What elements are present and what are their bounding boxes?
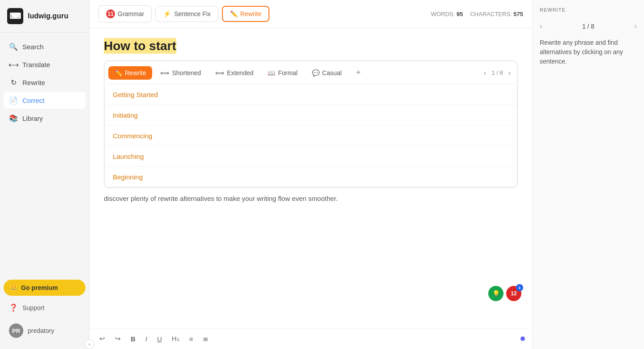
casual-icon: 💬 [312,69,320,77]
lightbulb-icon-btn[interactable]: 💡 [488,286,503,301]
unordered-list-button[interactable]: ≡ [187,333,196,345]
editor-body-text: discover plenty of rewrite alternatives … [104,193,518,213]
sidebar-item-search[interactable]: 🔍 Search [4,38,85,55]
sidebar-item-support[interactable]: ❓ Support [4,299,85,316]
rewrite-tab-icon: ✏️ [230,10,238,17]
sidebar-item-correct[interactable]: 📄 Correct [4,92,85,109]
suggestion-getting-started[interactable]: Getting Started [105,85,517,105]
right-panel-nav: ‹ 1 / 8 › [540,21,637,31]
float-badge: + [516,284,523,291]
right-panel-hint: Rewrite any phrase and find alternatives… [540,38,637,66]
tab-shortened[interactable]: ⟺ Shortened [154,66,207,80]
tab-casual-label: Casual [322,69,342,77]
rewrite-tab-icon: ✏️ [115,69,122,77]
grammar-count-badge: 11 [106,9,115,18]
sidebar-item-label: Library [22,115,43,122]
chars-count: 575 [513,11,523,17]
formal-icon: 📖 [268,69,275,77]
tab-rewrite[interactable]: ✏️ Rewrite [108,66,152,80]
tab-formal-label: Formal [278,69,298,77]
sidebar-bottom: 👑 Go premium ❓ Support PR predatory [0,274,89,349]
float-count: 12 [511,290,516,297]
suggestion-initiating[interactable]: Initiating [105,105,517,126]
main-toolbar: 11 Grammar ⚡ Sentence Fix ✏️ Rewrite WOR… [90,0,532,28]
document-title: How to start [104,38,176,54]
sentence-fix-icon: ⚡ [163,10,171,18]
sidebar-item-label: Correct [22,97,44,104]
avatar: PR [9,323,23,338]
library-icon: 📚 [9,114,18,123]
tab-casual[interactable]: 💬 Casual [306,66,348,80]
sentence-fix-button[interactable]: ⚡ Sentence Fix [155,6,218,22]
tab-rewrite-label: Rewrite [125,69,146,77]
editor-area: How to start ✏️ Rewrite ⟺ Shortened ⟺ Ex… [90,28,532,349]
sidebar-item-label: Rewrite [22,79,45,86]
suggestions-list: Getting Started Initiating Commencing La… [104,85,517,187]
right-panel-title: REWRITE [540,7,637,13]
right-panel: REWRITE ‹ 1 / 8 › Rewrite any phrase and… [532,0,644,349]
correct-icon: 📄 [9,96,18,105]
sentence-fix-label: Sentence Fix [174,10,211,17]
undo-button[interactable]: ↩ [97,333,108,345]
tab-counter: 1 / 8 [491,69,503,76]
bold-button[interactable]: B [128,333,138,345]
tab-prev-button[interactable]: ‹ [481,68,489,78]
sidebar-item-translate[interactable]: ⟷ Translate [4,56,85,73]
tab-extended-label: Extended [227,69,253,77]
floating-icons: 💡 12 + [488,286,521,301]
grammar-button[interactable]: 11 Grammar [98,5,152,22]
h1-button[interactable]: H₁ [169,333,182,345]
tab-extended[interactable]: ⟺ Extended [209,66,260,80]
username: predatory [28,327,54,334]
shortened-icon: ⟺ [160,69,169,77]
logo-text: ludwig.guru [28,12,68,20]
sidebar-item-label: Translate [22,61,50,68]
sidebar-logo[interactable]: ⌨ ludwig.guru [0,0,89,33]
count-icon-btn[interactable]: 12 + [506,286,521,301]
italic-button[interactable]: I [143,333,150,345]
sidebar-item-library[interactable]: 📚 Library [4,110,85,127]
tab-shortened-label: Shortened [172,69,201,77]
rewrite-button[interactable]: ✏️ Rewrite [222,6,269,22]
logo-icon: ⌨ [7,8,23,24]
main-content: 11 Grammar ⚡ Sentence Fix ✏️ Rewrite WOR… [90,0,532,349]
editor-body[interactable]: How to start ✏️ Rewrite ⟺ Shortened ⟺ Ex… [90,28,532,328]
sidebar-item-rewrite[interactable]: ↻ Rewrite [4,74,85,91]
redo-button[interactable]: ↪ [112,333,124,345]
words-label: WORDS: [431,11,455,17]
search-icon: 🔍 [9,42,18,51]
sidebar: ⌨ ludwig.guru 🔍 Search ⟷ Translate ↻ Rew… [0,0,90,349]
editor-dot-indicator [520,336,525,341]
rewrite-tabs: ✏️ Rewrite ⟺ Shortened ⟺ Extended 📖 Form… [104,61,517,85]
support-label: Support [22,304,44,311]
crown-icon: 👑 [10,284,17,291]
rewrite-button-label: Rewrite [240,10,261,17]
grammar-label: Grammar [118,10,144,17]
sidebar-item-label: Search [22,43,44,51]
add-tab-button[interactable]: + [351,65,365,81]
right-panel-counter: 1 / 8 [582,23,594,30]
user-profile[interactable]: PR predatory [4,319,85,342]
underline-button[interactable]: U [154,333,165,345]
chars-meta: CHARACTERS: 575 [470,11,523,17]
words-count: 95 [456,11,463,17]
chars-label: CHARACTERS: [470,11,512,17]
right-panel-next-button[interactable]: › [634,21,637,31]
rewrite-icon: ↻ [9,78,18,87]
sidebar-nav: 🔍 Search ⟷ Translate ↻ Rewrite 📄 Correct… [0,33,89,274]
go-premium-label: Go premium [21,284,58,291]
tab-next-button[interactable]: › [506,68,513,78]
tab-formal[interactable]: 📖 Formal [261,66,304,80]
suggestion-beginning[interactable]: Beginning [105,167,517,187]
words-meta: WORDS: 95 [431,11,463,17]
translate-icon: ⟷ [9,60,18,69]
suggestion-launching[interactable]: Launching [105,146,517,167]
support-icon: ❓ [9,303,18,312]
suggestion-commencing[interactable]: Commencing [105,126,517,146]
go-premium-button[interactable]: 👑 Go premium [4,280,85,296]
toolbar-meta: WORDS: 95 CHARACTERS: 575 [431,11,523,17]
right-panel-prev-button[interactable]: ‹ [540,21,542,31]
ordered-list-button[interactable]: ≣ [200,333,211,345]
extended-icon: ⟺ [215,69,224,77]
editor-bottom-toolbar: ↩ ↪ B I U H₁ ≡ ≣ [90,328,532,349]
